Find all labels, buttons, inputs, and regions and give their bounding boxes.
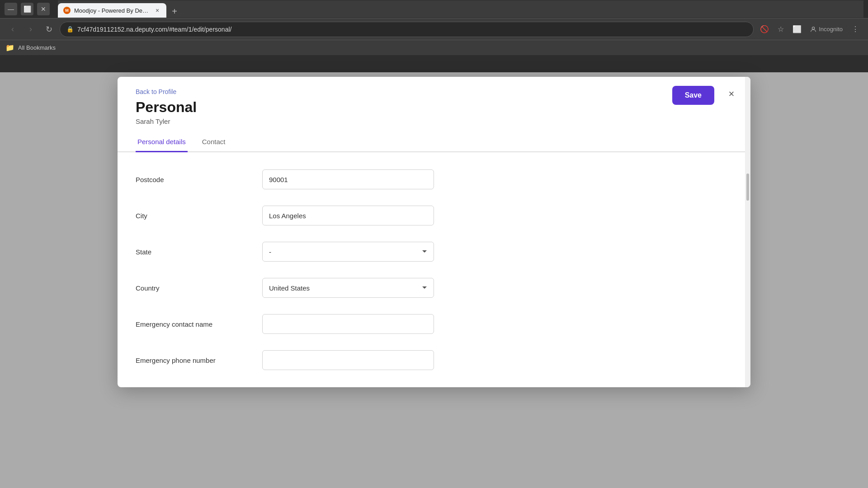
emergency-phone-row: Emergency phone number xyxy=(136,342,732,378)
forward-button[interactable]: › xyxy=(24,22,38,37)
toolbar: ‹ › ↻ 🔒 7cf47d19112152.na.deputy.com/#te… xyxy=(0,18,868,40)
emergency-contact-name-label: Emergency contact name xyxy=(136,320,244,328)
new-tab-button[interactable]: + xyxy=(168,5,181,18)
modal-overlay: Back to Profile Personal Sarah Tyler Sav… xyxy=(0,72,868,488)
tab-personal-details[interactable]: Personal details xyxy=(136,132,188,152)
modal-scrollbar[interactable] xyxy=(745,77,750,387)
tab-bar: M Moodjoy - Powered By Deputy × + xyxy=(58,0,863,18)
browser-chrome: — ⬜ ✕ M Moodjoy - Powered By Deputy × + … xyxy=(0,0,868,55)
save-button[interactable]: Save xyxy=(672,86,714,105)
close-modal-button[interactable]: × xyxy=(723,86,740,102)
close-window-button[interactable]: ✕ xyxy=(37,3,50,15)
state-row: State - xyxy=(136,234,732,270)
incognito-icon[interactable]: Incognito xyxy=(806,22,846,37)
address-text: 7cf47d19112152.na.deputy.com/#team/1/edi… xyxy=(77,26,747,33)
title-bar: — ⬜ ✕ M Moodjoy - Powered By Deputy × + xyxy=(0,0,868,18)
postcode-control xyxy=(262,169,434,189)
tab-title: Moodjoy - Powered By Deputy xyxy=(74,7,150,14)
toolbar-right: 🚫 ☆ ⬜ Incognito ⋮ xyxy=(757,22,863,37)
form-body: Postcode City State xyxy=(118,152,750,387)
postcode-input[interactable] xyxy=(262,169,434,189)
city-label: City xyxy=(136,212,244,220)
city-row: City xyxy=(136,197,732,234)
country-row: Country United States xyxy=(136,270,732,306)
extensions-icon[interactable]: ⬜ xyxy=(790,22,804,37)
emergency-phone-label: Emergency phone number xyxy=(136,357,244,364)
emergency-contact-name-row: Emergency contact name xyxy=(136,306,732,342)
state-control: - xyxy=(262,242,434,262)
scrollbar-thumb xyxy=(746,174,749,201)
maximize-button[interactable]: ⬜ xyxy=(21,3,33,15)
postcode-label: Postcode xyxy=(136,176,244,183)
emergency-contact-name-input[interactable] xyxy=(262,314,434,334)
window-controls: — ⬜ ✕ xyxy=(5,3,50,15)
bookmarks-folder-icon: 📁 xyxy=(5,43,14,52)
bookmark-icon[interactable]: ☆ xyxy=(774,22,788,37)
city-input[interactable] xyxy=(262,206,434,225)
lock-icon: 🔒 xyxy=(66,26,74,33)
page-content: Back to Profile Personal Sarah Tyler Sav… xyxy=(0,72,868,488)
country-select[interactable]: United States xyxy=(262,278,434,298)
back-to-profile-link[interactable]: Back to Profile xyxy=(136,88,176,95)
bookmarks-bar: 📁 All Bookmarks xyxy=(0,40,868,55)
modal-tabs: Personal details Contact xyxy=(118,132,750,152)
refresh-button[interactable]: ↻ xyxy=(42,22,56,37)
tab-close-button[interactable]: × xyxy=(154,7,161,14)
svg-point-0 xyxy=(812,27,815,29)
state-select[interactable]: - xyxy=(262,242,434,262)
bookmarks-label: All Bookmarks xyxy=(18,44,56,51)
address-bar[interactable]: 🔒 7cf47d19112152.na.deputy.com/#team/1/e… xyxy=(60,22,754,37)
emergency-phone-input[interactable] xyxy=(262,350,434,370)
modal: Back to Profile Personal Sarah Tyler Sav… xyxy=(118,77,750,387)
menu-button[interactable]: ⋮ xyxy=(848,22,863,37)
modal-subtitle: Sarah Tyler xyxy=(136,117,732,125)
tab-favicon: M xyxy=(63,7,71,14)
modal-header: Back to Profile Personal Sarah Tyler Sav… xyxy=(118,77,750,125)
emergency-contact-name-control xyxy=(262,314,434,334)
active-tab[interactable]: M Moodjoy - Powered By Deputy × xyxy=(58,3,166,18)
modal-title: Personal xyxy=(136,99,732,116)
state-label: State xyxy=(136,248,244,256)
country-label: Country xyxy=(136,284,244,292)
tab-contact[interactable]: Contact xyxy=(200,132,227,152)
minimize-button[interactable]: — xyxy=(5,3,17,15)
eye-off-icon[interactable]: 🚫 xyxy=(757,22,772,37)
emergency-phone-control xyxy=(262,350,434,370)
back-button[interactable]: ‹ xyxy=(5,22,20,37)
postcode-row: Postcode xyxy=(136,161,732,197)
city-control xyxy=(262,206,434,225)
country-control: United States xyxy=(262,278,434,298)
